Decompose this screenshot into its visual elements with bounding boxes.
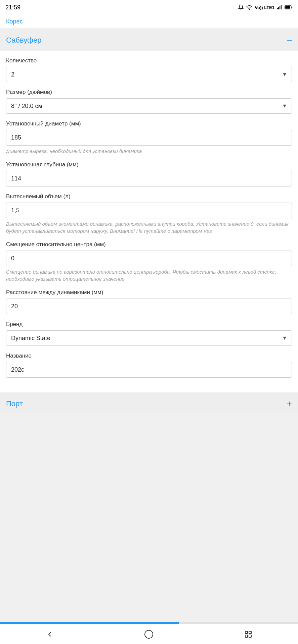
lte-label: Vo)) LTE1	[255, 5, 274, 10]
mount-diameter-input[interactable]	[6, 130, 292, 146]
speaker-spacing-input[interactable]	[6, 299, 292, 314]
subwoofer-section-header[interactable]: Сабвуфер –	[0, 29, 298, 51]
nav-back-button[interactable]	[40, 628, 60, 641]
svg-rect-7	[292, 6, 293, 8]
displaced-volume-field-group: Вытесняемый объем (л) Вытесняемый объем …	[6, 193, 292, 234]
svg-rect-1	[277, 8, 278, 10]
size-field-group: Размер (дюймов) 8" / 20.0 см 10" / 25.0 …	[6, 89, 292, 114]
name-input[interactable]	[6, 362, 292, 378]
svg-rect-2	[278, 7, 279, 10]
brand-select-wrapper: Dynamic State JBL Pioneer Sony Kenwood ▼	[6, 330, 292, 346]
center-offset-label: Смещение относительно центра (мм)	[6, 241, 292, 248]
displaced-volume-label: Вытесняемый объем (л)	[6, 193, 292, 200]
quantity-select[interactable]: 2 1 3 4	[6, 67, 292, 82]
back-icon	[46, 630, 54, 638]
form-area: Количество 2 1 3 4 ▼ Размер (дюймов) 8" …	[0, 51, 298, 392]
quantity-select-wrapper: 2 1 3 4 ▼	[6, 67, 292, 82]
signal-icon	[276, 4, 283, 10]
quantity-label: Количество	[6, 57, 292, 64]
mount-depth-field-group: Установочная глубина (мм)	[6, 161, 292, 186]
android-nav	[0, 624, 298, 644]
mount-diameter-hint: Диаметр выреза, необходимый для установк…	[6, 148, 292, 155]
size-select[interactable]: 8" / 20.0 см 10" / 25.0 см 12" / 30.0 см	[6, 98, 292, 114]
size-label: Размер (дюймов)	[6, 89, 292, 96]
svg-rect-8	[245, 631, 248, 634]
subwoofer-title: Сабвуфер	[6, 36, 42, 45]
displaced-volume-hint: Вытесняемый объем элементами динамика, р…	[6, 220, 292, 234]
nav-home-button[interactable]	[139, 628, 159, 641]
svg-rect-10	[245, 635, 248, 637]
back-link[interactable]: Корес	[6, 18, 23, 25]
name-label: Название	[6, 353, 292, 359]
svg-rect-3	[280, 6, 280, 10]
wifi-icon	[246, 4, 253, 10]
mount-diameter-label: Установочный диаметр (мм)	[6, 120, 292, 127]
status-icons: Vo)) LTE1	[238, 4, 293, 10]
name-field-group: Название	[6, 353, 292, 378]
center-offset-field-group: Смещение относительно центра (мм) Смещен…	[6, 241, 292, 282]
displaced-volume-input[interactable]	[6, 203, 292, 218]
top-nav: Корес	[0, 15, 298, 29]
mount-depth-label: Установочная глубина (мм)	[6, 161, 292, 168]
home-icon	[144, 630, 153, 639]
quantity-field-group: Количество 2 1 3 4 ▼	[6, 57, 292, 82]
svg-point-0	[249, 9, 250, 10]
size-select-wrapper: 8" / 20.0 см 10" / 25.0 см 12" / 30.0 см…	[6, 98, 292, 114]
status-bar: 21:59 Vo)) LTE1	[0, 0, 298, 15]
speaker-spacing-field-group: Расстояние между динамиками (мм)	[6, 289, 292, 314]
subwoofer-toggle[interactable]: –	[287, 35, 292, 45]
status-time: 21:59	[5, 4, 20, 11]
svg-rect-11	[249, 635, 251, 637]
port-add-button[interactable]: +	[287, 398, 292, 409]
port-section-header[interactable]: Порт +	[0, 392, 298, 415]
svg-rect-9	[249, 631, 251, 634]
battery-icon	[285, 5, 293, 10]
recents-icon	[245, 631, 252, 638]
center-offset-hint: Смещение динамика по горизонтали относит…	[6, 268, 292, 282]
alarm-icon	[238, 4, 244, 10]
center-offset-input[interactable]	[6, 251, 292, 266]
mount-depth-input[interactable]	[6, 171, 292, 186]
brand-label: Бренд	[6, 321, 292, 328]
brand-select[interactable]: Dynamic State JBL Pioneer Sony Kenwood	[6, 330, 292, 346]
nav-recents-button[interactable]	[238, 628, 258, 641]
mount-diameter-field-group: Установочный диаметр (мм) Диаметр выреза…	[6, 120, 292, 155]
brand-field-group: Бренд Dynamic State JBL Pioneer Sony Ken…	[6, 321, 292, 346]
svg-rect-6	[285, 6, 290, 9]
speaker-spacing-label: Расстояние между динамиками (мм)	[6, 289, 292, 296]
svg-rect-4	[281, 5, 282, 10]
port-title: Порт	[6, 399, 23, 408]
